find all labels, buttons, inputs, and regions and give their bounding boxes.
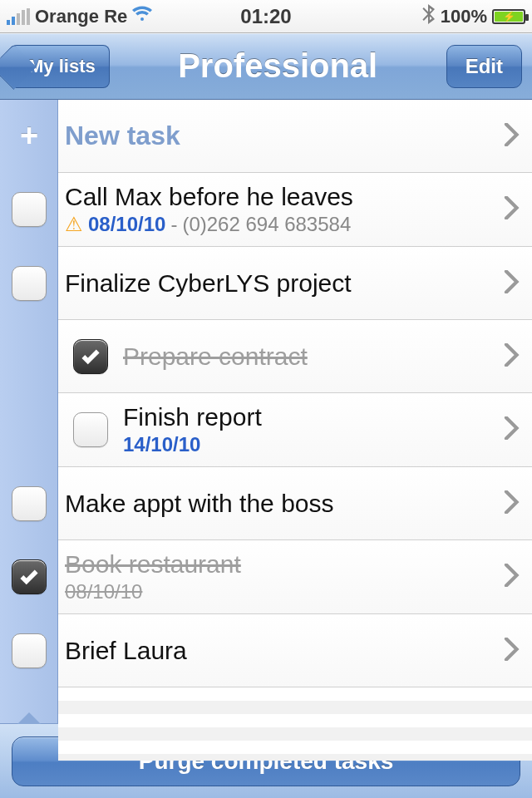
plus-icon[interactable]: + [12, 119, 47, 154]
task-title: Brief Laura [65, 637, 187, 665]
task-row[interactable]: Prepare contract [58, 320, 532, 393]
task-date: 14/10/10 [123, 433, 200, 456]
back-button[interactable]: My lists [10, 45, 110, 88]
task-checkbox[interactable] [73, 339, 108, 374]
task-row[interactable]: Call Max before he leaves⚠08/10/10 - (0)… [58, 173, 532, 247]
bluetooth-icon [422, 4, 436, 29]
task-title: Prepare contract [123, 342, 308, 371]
strip-arrow-icon [17, 712, 41, 724]
task-row[interactable]: Finish report14/10/10 [58, 393, 532, 467]
page-title: Professional [178, 47, 377, 85]
battery-percent: 100% [441, 6, 487, 27]
task-row[interactable]: Book restaurant08/10/10 [58, 540, 532, 614]
status-time: 01:20 [240, 5, 291, 27]
task-extra: (0)262 694 683584 [182, 213, 351, 236]
chevron-right-icon [504, 416, 520, 443]
signal-icon [7, 8, 30, 25]
edit-button-label: Edit [466, 55, 503, 78]
new-task-row[interactable]: + New task [58, 100, 532, 173]
wifi-icon [132, 6, 152, 27]
task-title: Finalize CyberLYS project [65, 269, 352, 298]
carrier-label: Orange Re [35, 6, 127, 27]
empty-stripes [58, 687, 532, 761]
chevron-right-icon [504, 638, 520, 664]
task-checkbox[interactable] [73, 412, 108, 447]
task-date: 08/10/10 [88, 213, 165, 236]
task-title: Book restaurant [65, 550, 241, 579]
nav-bar: My lists Professional Edit [0, 33, 532, 100]
status-bar: Orange Re 01:20 100% ⚡ [0, 0, 532, 33]
task-checkbox[interactable] [12, 192, 47, 227]
task-checkbox[interactable] [12, 266, 47, 301]
chevron-right-icon [504, 270, 520, 297]
task-title: Make appt with the boss [65, 490, 334, 518]
task-row[interactable]: Make appt with the boss [58, 467, 532, 540]
edit-button[interactable]: Edit [446, 45, 522, 88]
task-list[interactable]: + New task Call Max before he leaves⚠08/… [58, 100, 532, 723]
chevron-right-icon [504, 123, 520, 150]
task-checkbox[interactable] [12, 559, 47, 594]
new-task-label: New task [65, 121, 180, 151]
task-date: 08/10/10 [65, 580, 142, 603]
task-subline: 08/10/10 [65, 580, 241, 603]
task-title: Call Max before he leaves [65, 183, 353, 211]
task-row[interactable]: Finalize CyberLYS project [58, 247, 532, 320]
chevron-right-icon [504, 564, 520, 590]
back-button-label: My lists [28, 56, 96, 77]
task-checkbox[interactable] [12, 486, 47, 521]
chevron-right-icon [504, 343, 520, 370]
task-subline: 14/10/10 [123, 433, 262, 456]
chevron-right-icon [504, 490, 520, 517]
chevron-right-icon [504, 196, 520, 223]
battery-icon: ⚡ [492, 9, 525, 24]
task-subline: ⚠08/10/10 - (0)262 694 683584 [65, 213, 353, 236]
content-area: + New task Call Max before he leaves⚠08/… [0, 100, 532, 723]
warning-icon: ⚠ [65, 213, 83, 236]
task-row[interactable]: Brief Laura [58, 614, 532, 687]
task-title: Finish report [123, 403, 262, 431]
task-checkbox[interactable] [12, 633, 47, 668]
